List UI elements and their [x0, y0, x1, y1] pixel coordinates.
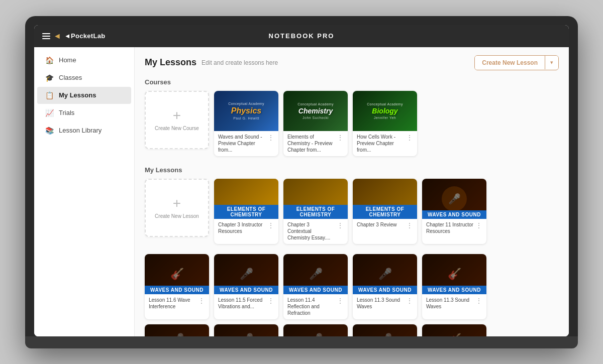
lesson-card-waves-7[interactable]: 🎤 [145, 324, 209, 336]
sidebar-item-my-lessons[interactable]: 📋 My Lessons [37, 87, 131, 104]
sidebar-label-classes: Classes [59, 74, 82, 81]
elements-3-text: Chapter 3 Review [357, 221, 404, 228]
waves-3-menu[interactable]: ⋮ [265, 297, 274, 305]
waves-4-menu[interactable]: ⋮ [335, 297, 344, 305]
chemistry-title-thumb: Chemistry [298, 107, 333, 115]
elements-2-info: Chapter 3 Contextual Chemistry Essay....… [283, 219, 348, 244]
waves-7-thumbnail: 🎤 [145, 324, 209, 336]
sidebar-item-lesson-library[interactable]: 📚 Lesson Library [37, 122, 131, 139]
chemistry-thumbnail: Conceptual Academy Chemistry John Suchoc… [283, 91, 348, 131]
elements-1-info: Chapter 3 Instructor Resources ⋮ [214, 219, 278, 237]
waves-2-text: Lesson 11.6 Wave Interference [149, 297, 196, 310]
create-lesson-label: Create New Lesson [155, 213, 199, 219]
waves-6-text: Lesson 11.3 Sound Waves [426, 297, 473, 310]
waves-2-thumbnail: 🎸 Waves and Sound [145, 254, 209, 294]
lessons-section-label: My Lessons [145, 166, 559, 174]
waves-5-text: Lesson 11.3 Sound Waves [357, 297, 404, 310]
app-title: NOTEBOOK PRO [269, 32, 335, 40]
top-bar: ◄ ◄PocketLab NOTEBOOK PRO [34, 25, 569, 47]
app-body: 🏠 Home 🎓 Classes 📋 My Lessons 📈 Trials 📚 [34, 47, 569, 336]
lesson-card-waves-1[interactable]: 🎤 Waves and Sound Chapter 11 Instructor … [422, 179, 486, 244]
lesson-card-waves-11[interactable]: 🎸 [422, 324, 486, 336]
create-new-lesson-button[interactable]: Create New Lesson ▾ [474, 55, 559, 70]
physics-title-thumb: Physics [231, 106, 261, 115]
biology-card-info: How Cells Work - Preview Chapter from...… [353, 131, 417, 156]
elements-2-label: Elements of Chemistry [283, 205, 348, 219]
sidebar-item-home[interactable]: 🏠 Home [37, 52, 131, 69]
lesson-card-waves-3[interactable]: 🎤 Waves and Sound Lesson 11.5 Forced Vib… [214, 254, 278, 319]
page-header-left: My Lessons Edit and create lessons here [145, 57, 278, 68]
physics-card-text: Waves and Sound - Preview Chapter from..… [218, 134, 265, 153]
waves-6-menu[interactable]: ⋮ [473, 297, 482, 305]
lesson-card-waves-5[interactable]: 🎤 Waves and Sound Lesson 11.3 Sound Wave… [353, 254, 417, 319]
biology-title-thumb: Biology [372, 107, 397, 115]
lesson-card-waves-4[interactable]: 🎤 Waves and Sound Lesson 11.4 Reflection… [283, 254, 348, 319]
page-title: My Lessons [145, 57, 196, 68]
waves-4-thumbnail: 🎤 Waves and Sound [283, 254, 348, 294]
waves-3-label: Waves and Sound [214, 286, 278, 294]
waves-4-label: Waves and Sound [283, 286, 348, 294]
lesson-card-elements-2[interactable]: Elements of Chemistry Chapter 3 Contextu… [283, 179, 348, 244]
lessons-grid-row1: + Create New Lesson Elements of Chemistr… [145, 179, 559, 244]
lesson-card-waves-9[interactable]: 🎤 [283, 324, 348, 336]
waves-2-menu[interactable]: ⋮ [196, 297, 205, 305]
sidebar-item-trials[interactable]: 📈 Trials [37, 104, 131, 122]
create-course-card[interactable]: + Create New Course [145, 91, 209, 149]
screen: ◄ ◄PocketLab NOTEBOOK PRO 🏠 Home 🎓 Class… [34, 25, 569, 336]
course-card-biology[interactable]: Conceptual Academy Biology Jennifer Yeh … [353, 91, 417, 156]
physics-card-info: Waves and Sound - Preview Chapter from..… [214, 131, 278, 156]
waves-8-thumbnail: 🎤 [214, 324, 278, 336]
waves-1-text: Chapter 11 Instructor Resources [426, 221, 473, 234]
classes-icon: 🎓 [45, 74, 54, 82]
waves-6-info: Lesson 11.3 Sound Waves ⋮ [422, 294, 486, 313]
lesson-card-waves-6[interactable]: 🎸 Waves and Sound Lesson 11.3 Sound Wave… [422, 254, 486, 319]
sidebar-label-home: Home [59, 56, 76, 64]
logo-arrow: ◄ [53, 32, 61, 41]
create-btn-dropdown[interactable]: ▾ [545, 56, 558, 69]
lesson-card-elements-3[interactable]: Elements of Chemistry Chapter 3 Review ⋮ [353, 179, 417, 244]
waves-3-text: Lesson 11.5 Forced Vibrations and... [218, 297, 265, 310]
waves-2-info: Lesson 11.6 Wave Interference ⋮ [145, 294, 209, 313]
physics-card-menu[interactable]: ⋮ [265, 134, 274, 142]
create-lesson-card[interactable]: + Create New Lesson [145, 179, 209, 237]
sidebar: 🏠 Home 🎓 Classes 📋 My Lessons 📈 Trials 📚 [34, 47, 135, 336]
elements-1-menu[interactable]: ⋮ [265, 221, 274, 229]
lesson-card-waves-2[interactable]: 🎸 Waves and Sound Lesson 11.6 Wave Inter… [145, 254, 209, 319]
course-card-physics[interactable]: Conceptual Academy Physics Paul G. Hewit… [214, 91, 278, 156]
create-course-label: Create New Course [155, 126, 199, 131]
waves-11-thumbnail: 🎸 [422, 324, 486, 336]
physics-thumbnail: Conceptual Academy Physics Paul G. Hewit… [214, 91, 278, 131]
elements-2-menu[interactable]: ⋮ [335, 221, 344, 229]
my-lessons-icon: 📋 [45, 91, 54, 99]
lesson-card-waves-10[interactable]: 🎤 [353, 324, 417, 336]
chemistry-card-menu[interactable]: ⋮ [335, 134, 344, 142]
waves-3-info: Lesson 11.5 Forced Vibrations and... ⋮ [214, 294, 278, 313]
waves-4-info: Lesson 11.4 Reflection and Refraction ⋮ [283, 294, 348, 319]
chemistry-author-label: John Suchocki [303, 116, 329, 119]
biology-thumbnail: Conceptual Academy Biology Jennifer Yeh [353, 91, 417, 131]
waves-10-thumbnail: 🎤 [353, 324, 417, 336]
waves-5-thumbnail: 🎤 Waves and Sound [353, 254, 417, 294]
course-card-chemistry[interactable]: Conceptual Academy Chemistry John Suchoc… [283, 91, 348, 156]
elements-3-label: Elements of Chemistry [353, 205, 417, 219]
sidebar-item-classes[interactable]: 🎓 Classes [37, 69, 131, 86]
waves-1-menu[interactable]: ⋮ [473, 221, 482, 229]
biology-card-menu[interactable]: ⋮ [404, 134, 413, 142]
elements-3-menu[interactable]: ⋮ [404, 221, 413, 229]
elements-1-label: Elements of Chemistry [214, 205, 278, 219]
courses-section-label: Courses [145, 78, 559, 86]
physics-conceptual-label: Conceptual Academy [228, 102, 264, 105]
biology-conceptual-label: Conceptual Academy [367, 102, 403, 106]
lesson-card-waves-8[interactable]: 🎤 [214, 324, 278, 336]
waves-5-menu[interactable]: ⋮ [404, 297, 413, 305]
lesson-card-elements-1[interactable]: Elements of Chemistry Chapter 3 Instruct… [214, 179, 278, 244]
elements-2-thumbnail: Elements of Chemistry [283, 179, 348, 219]
logo-text: ◄PocketLab [64, 32, 106, 40]
waves-1-info: Chapter 11 Instructor Resources ⋮ [422, 219, 486, 237]
elements-3-thumbnail: Elements of Chemistry [353, 179, 417, 219]
create-btn-main[interactable]: Create New Lesson [475, 56, 545, 70]
hamburger-menu[interactable] [42, 33, 50, 39]
elements-1-text: Chapter 3 Instructor Resources [218, 221, 265, 234]
elements-3-info: Chapter 3 Review ⋮ [353, 219, 417, 232]
app-logo: ◄ ◄PocketLab [42, 32, 105, 41]
